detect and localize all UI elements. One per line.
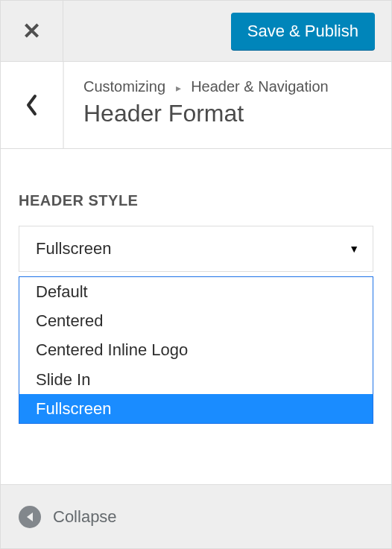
section-label: HEADER STYLE	[19, 192, 373, 209]
breadcrumb: Customizing ▸ Header & Navigation	[83, 78, 372, 95]
breadcrumb-separator-icon: ▸	[176, 82, 181, 94]
header-style-options: Default Centered Centered Inline Logo Sl…	[19, 276, 373, 424]
footer: Collapse	[1, 484, 391, 548]
close-icon: ✕	[22, 20, 41, 42]
option-default[interactable]: Default	[19, 277, 373, 306]
option-centered-inline-logo[interactable]: Centered Inline Logo	[19, 335, 373, 364]
option-fullscreen[interactable]: Fullscreen	[19, 394, 373, 423]
save-publish-button[interactable]: Save & Publish	[231, 13, 375, 50]
option-slide-in[interactable]: Slide In	[19, 365, 373, 394]
breadcrumb-section: Header & Navigation	[191, 78, 329, 95]
header-style-select[interactable]: Fullscreen ▼	[19, 226, 373, 272]
breadcrumb-root: Customizing	[83, 78, 165, 95]
page-title: Header Format	[83, 100, 372, 127]
collapse-label: Collapse	[53, 507, 117, 527]
topbar: ✕ Save & Publish	[1, 1, 391, 62]
close-button[interactable]: ✕	[1, 1, 63, 61]
customizer-panel: ✕ Save & Publish Customizing ▸ Header & …	[0, 0, 392, 549]
collapse-circle-icon	[19, 506, 41, 528]
header-main: Customizing ▸ Header & Navigation Header…	[63, 62, 391, 148]
content: HEADER STYLE Fullscreen ▼ Default Center…	[1, 149, 391, 484]
select-value: Fullscreen	[36, 239, 111, 258]
header-row: Customizing ▸ Header & Navigation Header…	[1, 62, 391, 149]
caret-down-icon: ▼	[349, 243, 359, 255]
option-centered[interactable]: Centered	[19, 306, 373, 335]
back-button[interactable]	[1, 62, 63, 148]
collapse-button[interactable]: Collapse	[19, 506, 117, 528]
triangle-left-icon	[25, 512, 34, 522]
chevron-left-icon	[25, 94, 39, 116]
